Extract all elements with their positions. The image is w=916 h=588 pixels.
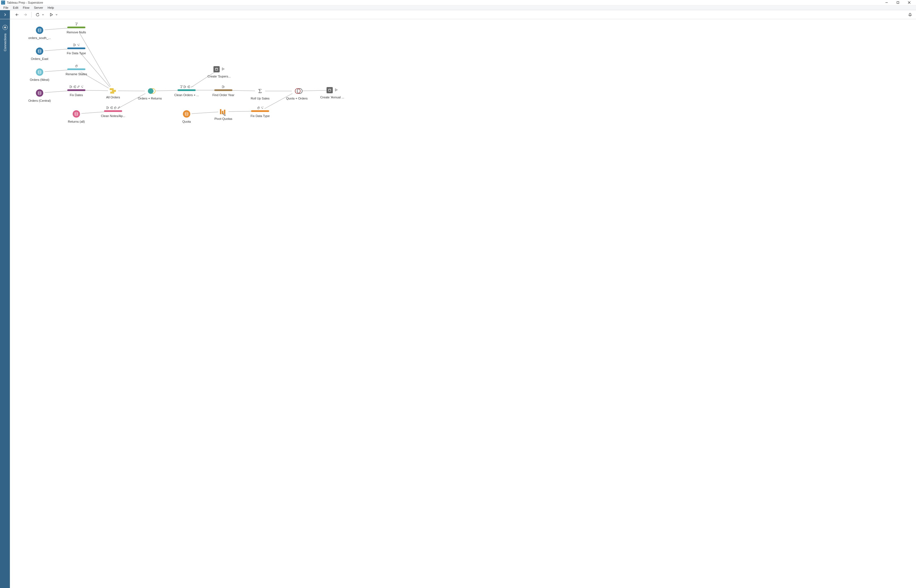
- flow-node-jn_ordersreturns[interactable]: Orders + Returns: [133, 86, 167, 100]
- flow-node-jn_quotaorders[interactable]: Quota + Orders: [280, 86, 314, 100]
- flow-node-label: orders_south_...: [23, 36, 57, 40]
- flow-node-src_south[interactable]: orders_south_...: [23, 23, 57, 40]
- calc-icon: [261, 106, 263, 110]
- svg-point-45: [192, 87, 192, 87]
- flow-canvas[interactable]: orders_south_... Orders_East Orders (Wes…: [10, 19, 916, 588]
- window-title: Tableau Prep - Superstore: [7, 1, 43, 4]
- flow-node-cl_fixdates[interactable]: Fix Dates: [59, 86, 93, 97]
- step-annotations: [59, 86, 93, 89]
- flow-node-cl_fixdata2[interactable]: Fix Data Type: [243, 106, 277, 118]
- svg-point-48: [263, 107, 263, 107]
- nav-forward-button[interactable]: [22, 11, 29, 18]
- svg-rect-40: [107, 107, 108, 109]
- svg-rect-35: [74, 44, 74, 46]
- flow-node-label: Create 'Annual ...: [315, 95, 349, 99]
- menubar: File Edit Flow Server Help: [0, 5, 916, 10]
- svg-marker-52: [335, 89, 337, 91]
- run-flow-button[interactable]: [47, 11, 55, 18]
- flow-node-label: Fix Data Type: [59, 52, 93, 55]
- flow-node-src_west[interactable]: Orders (West): [23, 65, 57, 81]
- join-icon: [145, 88, 154, 94]
- step-annotations: [170, 86, 204, 89]
- flow-node-out_annual[interactable]: Create 'Annual ...: [315, 86, 349, 99]
- menu-flow[interactable]: Flow: [21, 6, 32, 9]
- flow-node-out_supers[interactable]: Create 'Supers...: [202, 65, 236, 78]
- window-minimize-button[interactable]: [881, 0, 892, 5]
- flow-node-label: Create 'Supers...: [202, 74, 236, 78]
- pencil-icon: [117, 106, 120, 110]
- flow-node-label: Orders (West): [23, 78, 57, 81]
- reorder-icon: [73, 43, 76, 47]
- flow-node-src_east[interactable]: Orders_East: [23, 44, 57, 60]
- titlebar: Tableau Prep - Superstore: [0, 0, 916, 5]
- run-output-icon[interactable]: [334, 88, 338, 92]
- datasource-icon: [36, 68, 43, 76]
- reorder-icon: [184, 85, 186, 89]
- flow-node-src_returns[interactable]: Returns (all): [59, 106, 93, 123]
- datasource-icon: [73, 110, 80, 118]
- refresh-button[interactable]: [34, 11, 41, 18]
- svg-rect-43: [189, 86, 190, 88]
- more-icon: [191, 85, 194, 89]
- clip-icon: [257, 106, 260, 110]
- refresh-dropdown[interactable]: [41, 11, 45, 18]
- window-maximize-button[interactable]: [892, 0, 903, 5]
- svg-rect-37: [70, 86, 71, 88]
- reorder-icon: [69, 85, 73, 89]
- flow-node-label: Clean Orders + ...: [170, 93, 204, 97]
- filter-icon: [180, 85, 183, 89]
- svg-rect-42: [184, 86, 185, 88]
- datasource-icon: [36, 89, 43, 97]
- sidebar: Connections: [0, 19, 10, 588]
- window-close-button[interactable]: [903, 0, 915, 5]
- svg-point-32: [38, 91, 41, 92]
- flow-node-cl_findorder[interactable]: Find Order Year: [207, 86, 240, 97]
- sidebar-expand-button[interactable]: [0, 10, 10, 19]
- clean-step-bar: [67, 47, 86, 49]
- run-output-icon[interactable]: [221, 67, 225, 71]
- flow-node-label: Quota: [170, 120, 204, 123]
- flow-node-cl_cleanorders[interactable]: Clean Orders + ...: [170, 86, 204, 97]
- svg-point-34: [185, 112, 188, 113]
- pivot-icon: [220, 108, 227, 115]
- menu-server[interactable]: Server: [32, 6, 45, 9]
- datasource-icon: [36, 27, 43, 34]
- menu-edit[interactable]: Edit: [11, 6, 21, 9]
- union-icon: [110, 88, 116, 93]
- flow-node-pv_quotas[interactable]: Pivot Quotas: [207, 106, 240, 120]
- flow-node-cl_renamestates[interactable]: Rename States: [59, 65, 93, 76]
- flow-node-label: Roll Up Sales: [243, 97, 277, 100]
- reorder-icon: [106, 106, 109, 110]
- nav-back-button[interactable]: [13, 11, 21, 18]
- flow-node-ag_rollup[interactable]: ΣRoll Up Sales: [243, 86, 277, 100]
- toolbar: [0, 10, 916, 19]
- clean-step-bar: [214, 89, 233, 91]
- svg-line-13: [79, 32, 111, 87]
- join-icon: [292, 88, 301, 94]
- datasource-icon: [36, 47, 43, 55]
- menu-file[interactable]: File: [1, 6, 11, 9]
- flow-node-cl_cleannotes[interactable]: Clean Notes/Ap...: [96, 106, 130, 118]
- svg-point-51: [328, 89, 331, 90]
- alerts-button[interactable]: [906, 11, 914, 18]
- step-annotations: [59, 65, 93, 68]
- flow-node-label: Orders + Returns: [133, 97, 167, 100]
- menu-help[interactable]: Help: [45, 6, 56, 9]
- clean-step-bar: [67, 27, 86, 28]
- svg-point-44: [191, 87, 192, 87]
- flow-node-src_central[interactable]: Orders (Central): [23, 86, 57, 102]
- aggregate-icon: Σ: [257, 88, 264, 94]
- clip-icon: [114, 106, 116, 110]
- reorder2-icon: [110, 106, 113, 110]
- app-icon: [1, 0, 5, 5]
- add-connection-button[interactable]: [3, 25, 8, 30]
- flow-node-label: Returns (all): [59, 120, 93, 123]
- svg-rect-47: [222, 86, 223, 88]
- flow-node-un_allorders[interactable]: All Orders: [96, 86, 130, 99]
- flow-node-cl_removenulls[interactable]: Remove Nulls: [59, 23, 93, 34]
- calc-icon: [81, 85, 83, 89]
- run-flow-dropdown[interactable]: [55, 11, 58, 18]
- flow-node-src_quota[interactable]: Quota: [170, 106, 204, 123]
- filter-icon: [75, 22, 78, 26]
- flow-node-cl_fixdatatype[interactable]: Fix Data Type: [59, 44, 93, 55]
